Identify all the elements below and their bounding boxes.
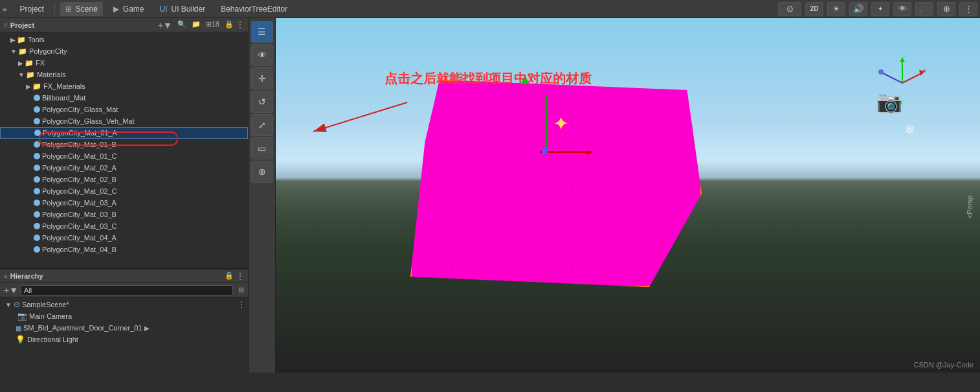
list-item[interactable]: PolygonCity_Mat_04_A <box>0 232 248 244</box>
scene-icon: ⊙ <box>14 300 20 309</box>
scene-viewport[interactable]: ✦ ▲ ▶ 📷 ❄ 点击之后就能找 <box>249 18 980 373</box>
tab-project-label: Project <box>19 5 43 14</box>
list-item[interactable]: PolygonCity_Mat_01_B <box>0 139 248 150</box>
hierarchy-header: ≡ Hierarchy 🔒 ⋮ <box>0 269 248 283</box>
child-arrow-icon: ▶ <box>144 325 150 332</box>
watermark-label: CSDN @Jay-Code <box>914 361 974 369</box>
material-dot <box>34 200 40 206</box>
main-camera-label: Main Camera <box>29 312 72 320</box>
list-item[interactable]: ▼ 📁 PolygonCity <box>0 45 248 57</box>
scale-tool-btn[interactable]: ⤢ <box>251 114 273 136</box>
more-options-btn[interactable]: ⋮ <box>959 2 977 16</box>
ui-icon: UI <box>160 5 168 14</box>
view-tool-btn[interactable]: 👁 <box>251 44 273 66</box>
hierarchy-title: Hierarchy <box>10 272 43 280</box>
gizmo-btn[interactable]: ⊕ <box>937 2 955 16</box>
list-item[interactable]: PolygonCity_Mat_02_C <box>0 185 248 197</box>
project-add-btn[interactable]: +▼ <box>158 20 172 30</box>
rect-tool-btn[interactable]: ▭ <box>251 137 273 159</box>
list-item[interactable]: ▶ 📁 FX_Materials <box>0 80 248 92</box>
hierarchy-lock-icon[interactable]: 🔒 <box>225 271 234 281</box>
list-item[interactable]: PolygonCity_Mat_02_B <box>0 174 248 185</box>
project-folder-btn[interactable]: 📁 <box>192 20 201 30</box>
material-dot <box>34 165 40 171</box>
material-dot <box>34 223 40 229</box>
list-item[interactable]: PolygonCity_Glass_Veh_Mat <box>0 115 248 127</box>
material-dot <box>34 95 40 101</box>
audio-btn[interactable]: 🔊 <box>849 2 867 16</box>
light-btn[interactable]: ☀ <box>827 2 845 16</box>
hierarchy-menu-btn[interactable]: ⋮ <box>236 271 244 281</box>
transform-tool-btn[interactable]: ⊕ <box>251 161 273 183</box>
hierarchy-main-camera[interactable]: 📷 Main Camera <box>0 310 248 322</box>
list-item[interactable]: PolygonCity_Glass_Mat <box>0 104 248 115</box>
hand-tool-btn[interactable]: ☰ <box>251 21 273 43</box>
list-item[interactable]: Billboard_Mat <box>0 92 248 104</box>
material-dot <box>34 141 40 148</box>
hierarchy-directional-light[interactable]: 💡 Directional Light <box>0 334 248 345</box>
equals-icon: ≡ <box>4 21 8 29</box>
folder-icon: 📁 <box>18 47 27 56</box>
gizmo-svg: y x <box>876 57 928 109</box>
folder-icon: 📁 <box>26 71 35 79</box>
sun-icon: ✦ <box>553 112 569 135</box>
material-dot <box>34 188 40 194</box>
light-icon: 💡 <box>16 335 25 344</box>
hierarchy-view-btn[interactable]: ⊞ <box>238 286 244 294</box>
list-item[interactable]: PolygonCity_Mat_02_A <box>0 162 248 174</box>
scene-menu-btn[interactable]: ⋮ <box>238 300 245 309</box>
gizmo-center <box>542 148 548 154</box>
list-item[interactable]: PolygonCity_Mat_01_C <box>0 150 248 162</box>
list-item[interactable]: ▶ 📁 Tools <box>0 34 248 45</box>
folder-icon: 📁 <box>25 59 34 67</box>
project-header: ≡ Project +▼ 🔍 📁 ⊞18 🔒 ⋮ <box>0 18 248 32</box>
project-lock-btn[interactable]: 🔒 <box>225 20 234 30</box>
hierarchy-search-input[interactable] <box>21 285 233 295</box>
list-item[interactable]: ▦ SM_Bld_Apartment_Door_Corner_01 ▶ <box>0 322 248 334</box>
tab-behavior-tree[interactable]: BehaviorTreeEditor <box>216 2 293 16</box>
move-tool-btn[interactable]: ✛ <box>251 67 273 89</box>
material-dot <box>34 106 40 113</box>
material-dot <box>34 211 40 218</box>
list-item[interactable]: PolygonCity_Mat_03_B <box>0 209 248 220</box>
fx-btn[interactable]: ✦ <box>871 2 889 16</box>
project-menu-icon: ≡ <box>3 5 6 13</box>
hidden-btn[interactable]: 👁 <box>893 2 911 16</box>
folder-icon: 📁 <box>32 82 41 91</box>
list-item[interactable]: ▼ 📁 Materials <box>0 69 248 80</box>
material-dot <box>34 153 40 159</box>
tab-behavior-tree-label: BehaviorTreeEditor <box>221 5 287 14</box>
tab-game[interactable]: ▶ Game <box>108 2 150 16</box>
selected-object-plane <box>410 80 702 287</box>
rotate-tool-btn[interactable]: ↺ <box>251 91 273 113</box>
camera-icon: 📷 <box>17 312 27 321</box>
hierarchy-search-bar: +▼ ⊞ <box>0 283 248 297</box>
gizmo-up-arrow: ▲ <box>517 70 533 88</box>
svg-line-4 <box>902 73 922 83</box>
list-item[interactable]: PolygonCity_Mat_03_A <box>0 197 248 209</box>
hierarchy-content: ▼ ⊙ SampleScene* ⋮ 📷 Main Camera ▦ SM_Bl… <box>0 297 248 373</box>
mesh-icon: ▦ <box>16 325 21 332</box>
project-menu-btn[interactable]: ⋮ <box>236 20 244 30</box>
material-dot <box>34 118 40 124</box>
tab-ui-builder[interactable]: UI UI Builder <box>155 2 211 16</box>
tab-scene[interactable]: ⊞ Scene <box>60 2 103 16</box>
game-icon: ▶ <box>113 5 119 14</box>
list-item-selected[interactable]: PolygonCity_Mat_01_A <box>0 127 248 139</box>
list-item[interactable]: ▼ ⊙ SampleScene* ⋮ <box>0 299 248 310</box>
camera-view-btn[interactable]: 🎥 <box>915 2 933 16</box>
list-item[interactable]: PolygonCity_Mat_04_B <box>0 244 248 255</box>
2d-btn[interactable]: 2D <box>805 2 823 16</box>
hierarchy-add-btn[interactable]: +▼ <box>4 285 18 295</box>
hierarchy-header-icons: 🔒 ⋮ <box>225 271 244 281</box>
layers-btn[interactable]: ⊙ <box>778 2 801 16</box>
directional-light-label: Directional Light <box>27 336 78 343</box>
orientation-gizmo[interactable]: y x <box>876 57 928 109</box>
perspective-label: <Persp <box>966 196 974 218</box>
tab-project[interactable]: Project <box>14 2 49 16</box>
list-item[interactable]: ▶ 📁 FX <box>0 57 248 69</box>
svg-line-6 <box>883 73 902 83</box>
project-title: Project <box>10 21 34 29</box>
list-item[interactable]: PolygonCity_Mat_03_C <box>0 220 248 232</box>
project-search-btn[interactable]: 🔍 <box>177 20 186 30</box>
